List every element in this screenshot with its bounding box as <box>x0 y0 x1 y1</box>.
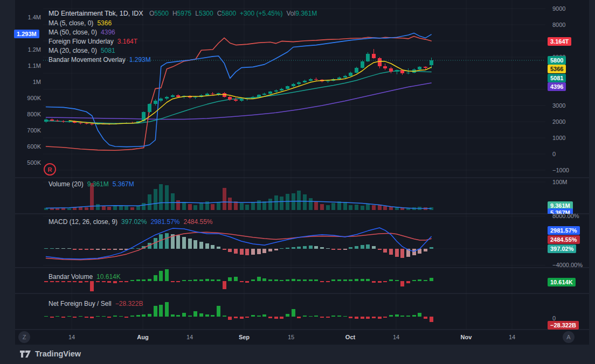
legend-bandar-row[interactable]: Bandar Volume10.614K <box>49 272 124 282</box>
net-foreign-bar <box>406 316 410 317</box>
net-foreign-bar <box>245 317 249 318</box>
macd-hist-bar <box>217 247 220 249</box>
candle-body <box>56 121 59 121</box>
net-foreign-bar <box>349 317 352 318</box>
time-axis-label[interactable]: Sep <box>239 334 250 340</box>
macd-hist-bar <box>314 246 318 249</box>
net-foreign-bar <box>182 313 186 317</box>
candle-body <box>205 94 209 95</box>
time-axis-label[interactable]: 15 <box>288 334 294 340</box>
bandar-bar <box>262 278 266 282</box>
ohlc-value: 5800 <box>222 10 236 17</box>
net-foreign-bar <box>361 317 364 319</box>
macd-hist-bar <box>102 249 106 250</box>
net-foreign-bar <box>326 317 330 318</box>
macd-hist-bar <box>44 248 48 249</box>
candle-body <box>424 67 427 68</box>
candle-body <box>240 99 244 101</box>
net-foreign-bar <box>395 314 399 317</box>
net-foreign-bar <box>257 316 261 317</box>
net-foreign-bar <box>320 317 324 318</box>
macd-hist-bar <box>430 247 433 249</box>
net-foreign-bar <box>124 317 128 318</box>
time-axis-label[interactable]: Oct <box>345 334 355 340</box>
ohlc-value: 5300 <box>199 10 213 17</box>
macd-hist-bar <box>355 246 358 249</box>
legend-macd-row[interactable]: MACD (12, 26, close, 9)397.02%2981.57%24… <box>49 218 217 227</box>
macd-hist-bar <box>90 249 94 250</box>
candle-body <box>44 120 48 122</box>
symbol-title[interactable]: MD Entertainment Tbk, 1D, IDX <box>49 10 143 17</box>
bandar-bar <box>199 279 203 281</box>
macd-hist-bar <box>378 249 382 250</box>
macd-hist-bar <box>234 249 238 254</box>
time-axis-label[interactable]: 14 <box>186 334 193 340</box>
bandar-bar <box>361 279 364 281</box>
right-axis-label: 9000 <box>552 5 565 12</box>
candle-body <box>292 84 295 87</box>
macd-hist-bar <box>188 239 192 249</box>
bandar-bar <box>303 279 307 281</box>
macd-hist-bar <box>165 233 169 249</box>
candle-body <box>171 95 175 97</box>
bandar-bar <box>245 281 249 283</box>
bandar-bar <box>309 279 313 281</box>
net-foreign-bar <box>343 316 347 317</box>
bandar-bar <box>159 271 163 281</box>
macd-hist-bar <box>400 249 404 258</box>
time-axis-label[interactable]: Aug <box>137 334 148 340</box>
tradingview-chart-window: MD Entertainment Tbk, 1D, IDX O5500H5975… <box>0 0 595 364</box>
indicator-legend-row[interactable]: Bandar Movement Overlay1.293M <box>49 55 155 65</box>
left-axis-label: 500K <box>15 159 41 166</box>
indicator-legend-row[interactable]: MA (50, close, 0)4396 <box>49 28 119 37</box>
bandar-bar <box>124 281 128 282</box>
net-foreign-bar <box>205 314 209 317</box>
a-button[interactable]: A <box>563 331 575 343</box>
net-foreign-bar <box>96 316 100 317</box>
right-axis-label: −1000 <box>552 167 569 173</box>
bandar-bar <box>217 279 220 281</box>
bandar-bar <box>240 281 244 282</box>
indicator-legend-row[interactable]: Foreign Flow Underlay3.164T <box>49 37 141 46</box>
net-foreign-bar <box>418 313 421 317</box>
bandar-bar <box>395 280 399 281</box>
net-foreign-bar <box>67 316 71 317</box>
main-legend[interactable]: MD Entertainment Tbk, 1D, IDX O5500H5975… <box>49 9 321 18</box>
indicator-legend-row[interactable]: MA (20, close, 0)5081 <box>49 46 119 55</box>
time-axis-label[interactable]: 14 <box>393 334 399 340</box>
macd-hist-bar <box>280 248 283 249</box>
indicator-legend-value: 5366 <box>97 19 112 27</box>
time-axis-label[interactable]: Nov <box>461 334 472 340</box>
indicator-legend-row[interactable]: MA (5, close, 0)5366 <box>49 19 115 28</box>
legend-net-row[interactable]: Net Foreign Buy / Sell−28.322B <box>49 299 147 309</box>
macd-hist-bar <box>326 248 330 249</box>
net-foreign-bar <box>171 314 175 317</box>
macd-hist-bar <box>343 249 347 250</box>
candle-body <box>349 73 352 76</box>
time-axis-label[interactable]: 14 <box>68 334 75 340</box>
time-axis[interactable]: Z A 14Aug14Sep15Oct14Nov14 <box>15 330 589 345</box>
macd-histogram[interactable] <box>44 233 433 257</box>
bandar-bar <box>188 280 192 281</box>
indicator-legend-label: Bandar Movement Overlay <box>49 56 126 64</box>
candle-body <box>234 100 238 101</box>
bandar-bar <box>337 279 341 281</box>
candle-body <box>418 67 421 69</box>
macd-hist-bar <box>292 247 295 249</box>
candle-body <box>154 101 157 104</box>
bandar-bar <box>211 279 215 281</box>
macd-hist-bar <box>412 249 416 255</box>
candle-body <box>366 54 370 61</box>
net-foreign-bar <box>154 306 157 317</box>
candle-body <box>211 94 215 95</box>
ma50-line <box>46 83 432 119</box>
time-axis-label[interactable]: 14 <box>509 334 515 340</box>
macd-hist-bar <box>85 249 88 250</box>
macd-hist-bar <box>274 249 278 250</box>
z-button[interactable]: Z <box>18 331 30 343</box>
net-foreign-bar <box>85 317 88 318</box>
candle-body <box>274 90 278 92</box>
net-foreign-bar <box>240 317 244 319</box>
tradingview-logo[interactable]: TradingView <box>19 349 81 359</box>
indicator-legend-value: 3.164T <box>117 38 137 45</box>
